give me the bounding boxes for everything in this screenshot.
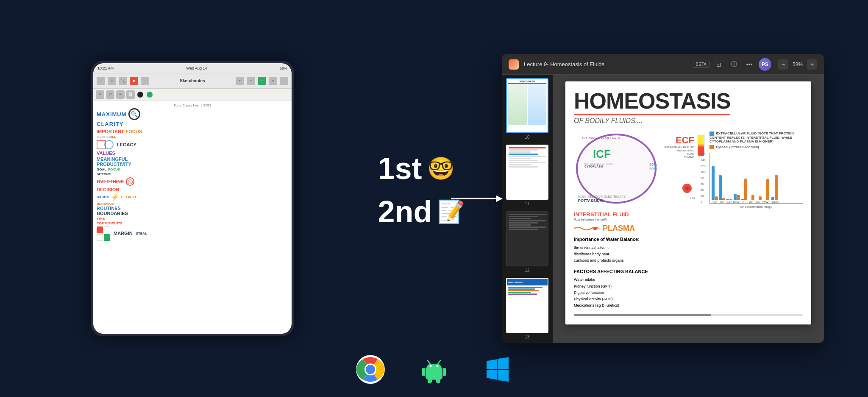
bottom-platform-icons — [356, 355, 512, 384]
venn-diagram — [97, 140, 114, 149]
bar-cl: Cl⁻ — [719, 175, 725, 203]
thumb-13[interactable]: WATER BALANCE 13 — [505, 278, 549, 339]
ipad-date: Wed Aug 14 — [186, 66, 207, 70]
svg-point-6 — [430, 365, 432, 367]
bar-hco3-label: HCO₃⁻ — [733, 201, 740, 203]
bar-cl-label: Cl⁻ — [720, 200, 724, 203]
bar-na: Na⁺ — [712, 166, 718, 203]
bar-ca: Ca²⁺ — [726, 199, 732, 203]
search-button[interactable]: 🔍 — [119, 77, 127, 85]
more-options-button[interactable]: ••• — [743, 59, 755, 70]
intracellular-label: INTRACELLULAR FLUID — [582, 137, 620, 139]
svg-marker-15 — [498, 357, 509, 369]
info-button[interactable]: ⓘ — [728, 59, 740, 70]
word-important: IMPORTANT — [97, 129, 124, 134]
thumb-12[interactable]: 12 — [505, 211, 549, 273]
bookmark-button[interactable]: ■ — [130, 77, 138, 85]
ipad-frame: 10:21 AM Wed Aug 14 58% ‹ ⊞ 🔍 ■ ↑ Sketch… — [91, 61, 294, 336]
share-button[interactable]: ↑ — [141, 77, 149, 85]
color-black[interactable] — [137, 92, 143, 98]
y-label-100: 100 — [701, 171, 706, 173]
t12-l7 — [509, 226, 546, 228]
close-button[interactable]: ✕ — [269, 77, 277, 85]
sketch-line-1: IMPORTANT FOCUS — [97, 129, 288, 134]
brush-tool[interactable]: 🖊 — [106, 90, 114, 99]
zoom-in-button[interactable]: + — [807, 59, 817, 70]
sidebar-toggle-button[interactable]: ⊡ — [713, 59, 725, 70]
eraser-tool[interactable]: ⬜ — [126, 90, 135, 99]
step-1-item: 1st 🤓 — [378, 153, 454, 184]
factor-3: Digestive function — [574, 290, 704, 296]
chrome-svg — [356, 355, 385, 384]
cytoplasm-label: INTRACELLULAR FLUID CYTOPLASM — [584, 162, 613, 168]
step1-emoji: 🤓 — [427, 157, 455, 179]
sketch-values-row: VALUES — [97, 151, 288, 156]
thumb-10[interactable]: HOMEOSTASIS 10 — [505, 78, 549, 140]
pdf-reader: Lecture 9- Homeostasis of Fluids BETA ⊡ … — [502, 54, 824, 343]
bar-proteins-blue — [771, 197, 774, 200]
undo-button[interactable]: ↩ — [236, 77, 244, 85]
thumb-11[interactable]: 11 — [505, 145, 549, 206]
svg-point-0 — [593, 227, 597, 230]
windows-svg — [483, 355, 512, 384]
word-focus: FOCUS — [126, 129, 142, 134]
pen-tool[interactable]: ✏ — [96, 90, 104, 99]
svg-marker-14 — [487, 359, 497, 369]
icf-label: ICF — [593, 148, 611, 161]
bar-mg-blue — [748, 200, 751, 200]
factors-section: FACTORS AFFECTING BALANCE Water intake K… — [574, 268, 704, 309]
t12-l2 — [509, 216, 538, 217]
pdf-title: Lecture 9- Homeostasis of Fluids — [524, 61, 688, 67]
bar-k-orange — [744, 179, 747, 200]
thumb-12-img — [506, 211, 548, 266]
y-axis: 160 140 120 100 80 60 40 20 0 — [701, 153, 706, 203]
bar-mg: Mg²⁺ — [748, 195, 754, 203]
plasma-label: PLASMA — [603, 224, 635, 233]
back-button[interactable]: ‹ — [97, 77, 105, 85]
thumb-13-img: WATER BALANCE — [506, 278, 548, 333]
pdf-app-icon — [509, 59, 519, 70]
thumb-10-img: HOMEOSTASIS — [506, 78, 548, 133]
add-button[interactable]: + — [258, 77, 266, 85]
pdf-toolbar-right: BETA ⊡ ⓘ ••• PS − 58% + — [693, 58, 817, 71]
sketchnotes-content: Focus Course Live - 1/22/19 MAXIMUM 🔍 CL… — [97, 104, 288, 330]
water-40-label: 40% — [649, 162, 704, 167]
ipad-content: Focus Course Live - 1/22/19 MAXIMUM 🔍 CL… — [93, 101, 292, 334]
bar-na-label: Na⁺ — [712, 200, 717, 203]
bar-so4-orange — [759, 196, 762, 200]
main-title-underline: HOMEOSTASIS — [574, 90, 730, 115]
bar-cl-orange — [722, 198, 725, 200]
t11-l3 — [509, 151, 531, 153]
color-green[interactable] — [147, 92, 153, 98]
y-label-140: 140 — [701, 159, 706, 162]
grid-button[interactable]: ⊞ — [108, 77, 116, 85]
importance-section: Importance of Water Balance: the univers… — [574, 235, 704, 264]
svg-point-3 — [366, 365, 375, 374]
pdf-sidebar: HOMEOSTASIS 10 — [502, 75, 553, 343]
middle-section: 1st 🤓 2nd 📝 — [341, 0, 502, 397]
ipad-battery: 58% — [280, 66, 287, 70]
word-goal: GOAL — [97, 168, 106, 171]
step-2-item: 2nd 📝 — [378, 196, 465, 227]
icf-circle — [576, 134, 657, 204]
ecf-path-label: ECF — [690, 196, 696, 199]
word-setting: SETTING — [97, 172, 288, 176]
importance-1: the universal solvent — [574, 245, 704, 251]
zoom-out-button[interactable]: − — [778, 59, 788, 70]
fluid-diagram: INTRACELLULAR FLUID ICF INTRACELLULAR FL… — [574, 131, 704, 208]
marker-tool[interactable]: ✒ — [116, 90, 125, 99]
t11-l4 — [509, 154, 538, 155]
svg-rect-11 — [443, 368, 446, 376]
svg-line-9 — [438, 361, 440, 364]
interstitial-section: INTERSTITIAL FLUID fluid between the cel… — [574, 211, 704, 221]
thumb-11-img — [506, 145, 548, 200]
factor-1: Water intake — [574, 277, 704, 283]
main-container: 10:21 AM Wed Aug 14 58% ‹ ⊞ 🔍 ■ ↑ Sketch… — [0, 0, 868, 397]
importance-title: Importance of Water Balance: — [574, 235, 704, 243]
more-button[interactable]: ⋯ — [280, 77, 288, 85]
redo-button[interactable]: ↪ — [247, 77, 255, 85]
wavy-line — [574, 225, 599, 232]
bar-hpo4-pair — [763, 179, 769, 200]
word-legacy: LEGACY — [117, 142, 136, 147]
pottassium-label: MOST ABUNDANT ELECTROLYTE POTTASSIUM — [578, 194, 626, 203]
